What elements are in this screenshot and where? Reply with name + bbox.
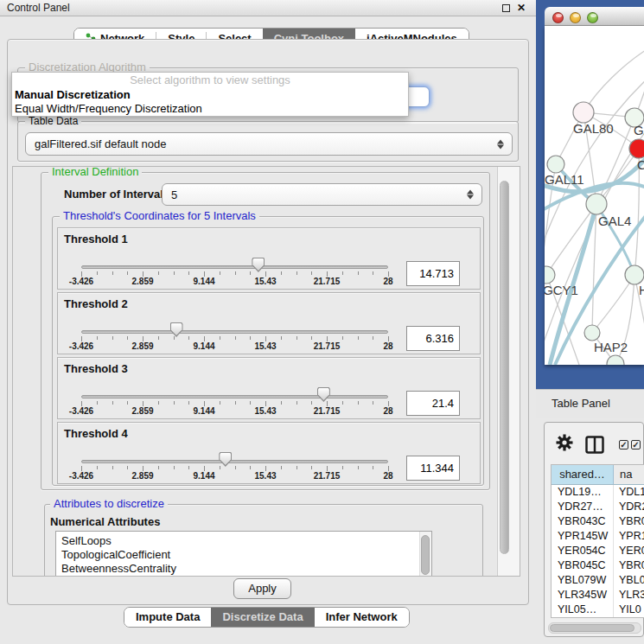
checkbox-icon-1[interactable]: ✓ — [619, 440, 628, 450]
slider-tick — [358, 336, 359, 340]
slider-tick — [127, 401, 128, 405]
slider-tick-label: 28 — [383, 406, 392, 416]
threshold-row-3: Threshold 3-3.4262.8599.14415.4321.71528… — [57, 357, 481, 419]
slider-tick — [174, 336, 175, 340]
checkbox-icon-2[interactable]: ✓ — [631, 440, 641, 450]
attributes-list-scrollbar[interactable] — [419, 532, 431, 577]
apply-button[interactable]: Apply — [233, 578, 291, 599]
threshold-value-field[interactable]: 11.344 — [406, 456, 460, 481]
attribute-item[interactable]: BetweennessCentrality — [56, 562, 431, 576]
cell-shared-name[interactable]: YBL079W — [552, 573, 614, 588]
threshold-value-field[interactable]: 6.316 — [406, 326, 460, 351]
cell-shared-name[interactable]: YER054C — [552, 544, 614, 558]
table-horizontal-scrollbar-thumb[interactable] — [550, 624, 634, 632]
cell-shared-name[interactable]: YDL19… — [552, 485, 614, 500]
cell-shared-name[interactable]: YDR27… — [552, 500, 614, 514]
cell-name[interactable]: YBR0 — [614, 514, 644, 529]
slider-tick — [174, 466, 175, 469]
number-of-intervals-label: Number of Intervals — [64, 184, 169, 205]
slider-tick — [373, 466, 373, 469]
popup-option-equal-width-frequency[interactable]: Equal Width/Frequency Discretization — [12, 102, 408, 116]
column-header-shared-name[interactable]: shared… — [552, 465, 614, 484]
network-node-c[interactable] — [629, 139, 644, 158]
column-header-name[interactable]: na — [614, 465, 644, 484]
cell-shared-name[interactable]: YPR145W — [552, 529, 614, 544]
slider-tick — [250, 271, 251, 275]
slider-tick — [281, 401, 282, 405]
cell-name[interactable]: YDL1 — [614, 485, 644, 500]
slider-thumb[interactable] — [252, 258, 265, 272]
float-window-icon[interactable] — [502, 4, 510, 12]
spinner-arrows-icon[interactable] — [467, 190, 474, 200]
table-row[interactable]: YDL19…YDL1 — [552, 485, 644, 500]
combo-arrows-icon[interactable] — [497, 139, 504, 149]
table-row[interactable]: YDR27…YDR2 — [552, 500, 644, 514]
cell-name[interactable]: YDR2 — [614, 500, 644, 514]
columns-icon[interactable] — [585, 436, 604, 454]
slider-tick — [281, 466, 282, 469]
network-view[interactable]: GAL80GACGAL11GAL4GCY1HHAP2 — [545, 26, 644, 365]
threshold-value-field[interactable]: 21.4 — [406, 391, 460, 416]
tab-discretize-data[interactable]: Discretize Data — [211, 608, 314, 627]
table-row[interactable]: YLR345WYLR3 — [552, 588, 644, 603]
slider-track[interactable] — [81, 395, 388, 399]
slider-tick — [373, 336, 373, 340]
network-node[interactable] — [607, 355, 624, 365]
close-window-icon[interactable]: ✕ — [517, 3, 526, 12]
attribute-item[interactable]: TopologicalCoefficient — [56, 548, 431, 562]
network-node-gal80[interactable] — [573, 102, 594, 123]
slider-tick — [220, 401, 220, 405]
gear-icon[interactable] — [556, 434, 573, 451]
attributes-list-scrollbar-thumb[interactable] — [421, 535, 430, 575]
cell-shared-name[interactable]: YBR043C — [552, 514, 614, 529]
table-data-combobox[interactable]: galFiltered.sif default node — [25, 132, 513, 156]
zoom-traffic-light-icon[interactable] — [587, 12, 598, 23]
tab-impute-data[interactable]: Impute Data — [124, 608, 211, 627]
slider-track[interactable] — [81, 330, 388, 334]
threshold-value-field[interactable]: 14.713 — [406, 261, 460, 286]
slider-thumb[interactable] — [170, 322, 183, 337]
cell-name[interactable]: YLR3 — [614, 588, 644, 603]
cell-name[interactable]: YBR0 — [614, 558, 644, 573]
slider-tick — [250, 401, 251, 405]
number-of-intervals-spinner[interactable]: 5 — [162, 183, 482, 206]
cell-shared-name[interactable]: YLR345W — [552, 588, 614, 603]
network-node-gal4[interactable] — [586, 194, 607, 214]
close-traffic-light-icon[interactable] — [552, 12, 564, 23]
tab-infer-network[interactable]: Infer Network — [315, 608, 409, 627]
minimize-traffic-light-icon[interactable] — [570, 12, 581, 23]
network-node-hap2[interactable] — [584, 325, 600, 341]
slider-thumb[interactable] — [317, 387, 330, 402]
network-node-gcy1[interactable] — [545, 266, 555, 284]
tab-label: Infer Network — [326, 608, 398, 627]
cell-name[interactable]: YBL0 — [614, 573, 644, 588]
slider-track[interactable] — [81, 460, 388, 463]
slider-tick — [311, 271, 312, 275]
table-row[interactable]: YIL05…YIL0 — [552, 603, 644, 617]
slider-tick — [188, 466, 189, 469]
table-row[interactable]: YBL079WYBL0 — [552, 573, 644, 588]
table-row[interactable]: YER054CYER0 — [552, 544, 644, 558]
cell-shared-name[interactable]: YBR045C — [552, 558, 614, 573]
cell-shared-name[interactable]: YIL05… — [552, 603, 614, 617]
network-node-h[interactable] — [625, 265, 644, 284]
slider-tick-label: 2.859 — [131, 406, 153, 416]
settings-scrollbar-thumb[interactable] — [500, 181, 509, 554]
slider-thumb[interactable] — [219, 452, 232, 467]
popup-option-manual-discretization[interactable]: Manual Discretization — [12, 88, 408, 102]
attribute-item[interactable]: SelfLoops — [56, 532, 431, 548]
slider-track[interactable] — [81, 265, 388, 269]
cell-name[interactable]: YPR1 — [614, 529, 644, 544]
table-row[interactable]: YBR045CYBR0 — [552, 558, 644, 573]
cell-name[interactable]: YER0 — [614, 544, 644, 558]
cell-name[interactable]: YIL0 — [614, 603, 644, 617]
table-row[interactable]: YPR145WYPR1 — [552, 529, 644, 544]
network-node-gal11[interactable] — [547, 156, 564, 173]
table-horizontal-scrollbar[interactable] — [548, 622, 641, 634]
network-window-titlebar[interactable] — [545, 7, 644, 26]
slider-tick — [358, 271, 359, 275]
settings-scrollbar[interactable] — [497, 167, 520, 576]
slider-tick — [97, 466, 98, 469]
network-node-label: HAP2 — [594, 340, 628, 354]
table-row[interactable]: YBR043CYBR0 — [552, 514, 644, 529]
